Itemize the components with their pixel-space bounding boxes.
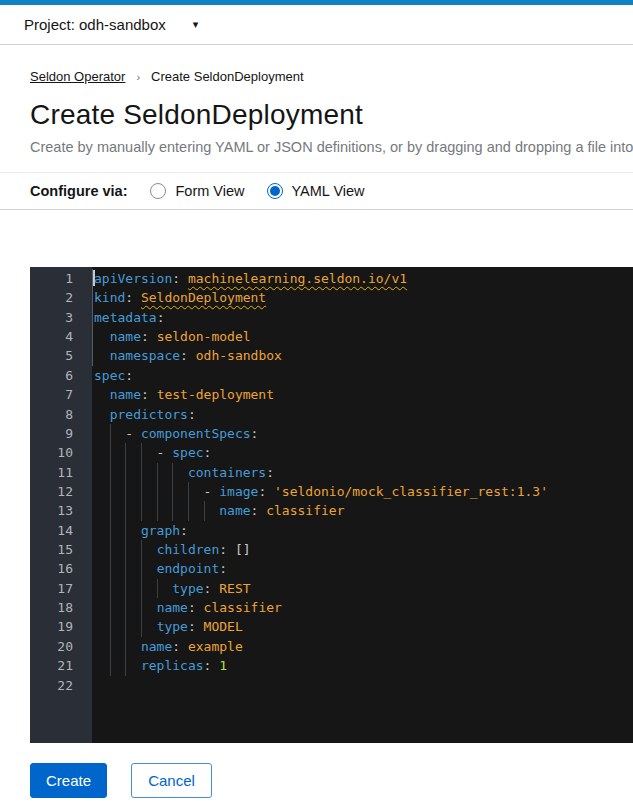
line-number: 22 — [30, 676, 73, 695]
line-number: 15 — [30, 540, 73, 559]
code-line: apiVersion: machinelearning.seldon.io/v1 — [92, 269, 633, 288]
token-plain: : — [219, 561, 227, 576]
indent-guide — [110, 501, 111, 520]
indent-guide — [141, 540, 142, 559]
radio-input[interactable] — [267, 183, 283, 199]
indent-guide — [141, 501, 142, 520]
indent-guide — [172, 501, 173, 520]
token-plain: : — [172, 639, 188, 654]
token-plain — [94, 523, 141, 538]
line-number: 5 — [30, 346, 73, 365]
line-number: 9 — [30, 424, 73, 443]
page-description: Create by manually entering YAML or JSON… — [30, 139, 633, 155]
indent-guide — [110, 656, 111, 675]
token-plain — [94, 329, 110, 344]
yaml-editor-content[interactable]: apiVersion: machinelearning.seldon.io/v1… — [92, 267, 633, 743]
token-plain: : — [180, 348, 196, 363]
token-plain — [94, 639, 141, 654]
line-number: 13 — [30, 501, 73, 520]
token-str: odh-sandbox — [196, 348, 282, 363]
create-button[interactable]: Create — [30, 763, 107, 798]
token-plain: : — [188, 619, 204, 634]
code-line: namespace: odh-sandbox — [92, 346, 633, 365]
indent-guide — [125, 463, 126, 482]
indent-guide — [141, 579, 142, 598]
token-key: namespace — [110, 348, 180, 363]
token-str: example — [188, 639, 243, 654]
breadcrumb-current: Create SeldonDeployment — [151, 69, 303, 84]
indent-guide — [204, 501, 205, 520]
token-plain — [94, 407, 110, 422]
indent-guide — [141, 463, 142, 482]
radio-option-yaml-view[interactable]: YAML View — [267, 183, 365, 199]
token-key: name — [141, 639, 172, 654]
indent-guide — [157, 579, 158, 598]
token-plain: : — [251, 426, 259, 441]
indent-guide — [125, 540, 126, 559]
token-plain: : — [258, 484, 274, 499]
code-line: metadata: — [92, 308, 633, 327]
token-key: children — [157, 542, 220, 557]
code-line: kind: SeldonDeployment — [92, 288, 633, 307]
indent-guide — [141, 559, 142, 578]
line-number: 6 — [30, 366, 73, 385]
indent-guide — [125, 559, 126, 578]
token-plain: : — [188, 600, 204, 615]
token-str: REST — [219, 581, 250, 596]
indent-guide — [157, 501, 158, 520]
line-number: 8 — [30, 405, 73, 424]
token-plain: : — [141, 387, 157, 402]
token-key: metadata — [94, 310, 157, 325]
code-line: children: [] — [92, 540, 633, 559]
token-plain: : — [157, 310, 165, 325]
breadcrumb-separator-icon: › — [125, 71, 151, 83]
indent-guide — [125, 579, 126, 598]
configure-via-options: Form ViewYAML View — [150, 183, 386, 199]
token-key: name — [110, 387, 141, 402]
token-plain: - — [94, 426, 141, 441]
code-line: name: test-deployment — [92, 385, 633, 404]
line-number: 18 — [30, 598, 73, 617]
token-key: name — [157, 600, 188, 615]
token-str: machinelearning.seldon.io/v1 — [188, 271, 407, 286]
indent-guide — [141, 443, 142, 462]
code-line: graph: — [92, 521, 633, 540]
radio-label: Form View — [175, 183, 244, 199]
form-actions: Create Cancel — [30, 763, 633, 798]
token-key: type — [172, 581, 203, 596]
indent-guide — [110, 598, 111, 617]
code-line: - spec: — [92, 443, 633, 462]
line-number: 1 — [30, 269, 73, 288]
line-number: 17 — [30, 579, 73, 598]
configure-via-group: Configure via: Form ViewYAML View — [0, 172, 633, 210]
token-plain: : — [125, 368, 133, 383]
breadcrumb-link-seldon-operator[interactable]: Seldon Operator — [30, 69, 125, 84]
code-line: name: seldon-model — [92, 327, 633, 346]
line-number: 10 — [30, 443, 73, 462]
line-number: 21 — [30, 656, 73, 675]
token-plain — [94, 387, 110, 402]
yaml-editor[interactable]: 12345678910111213141516171819202122 apiV… — [30, 267, 633, 743]
line-number: 16 — [30, 559, 73, 578]
indent-guide — [125, 656, 126, 675]
indent-guide — [110, 463, 111, 482]
indent-guide — [125, 637, 126, 656]
indent-guide — [141, 482, 142, 501]
token-key: apiVersion — [94, 271, 172, 286]
token-plain: : — [251, 503, 267, 518]
cancel-button[interactable]: Cancel — [131, 763, 212, 798]
code-line: spec: — [92, 366, 633, 385]
radio-option-form-view[interactable]: Form View — [150, 183, 244, 199]
token-key: name — [110, 329, 141, 344]
project-selector[interactable]: Project: odh-sandbox ▾ — [0, 5, 633, 45]
token-key: containers — [188, 465, 266, 480]
code-line: - image: 'seldonio/mock_classifier_rest:… — [92, 482, 633, 501]
radio-input[interactable] — [150, 183, 166, 199]
line-number: 7 — [30, 385, 73, 404]
indent-guide — [125, 521, 126, 540]
token-key: componentSpecs — [141, 426, 251, 441]
token-plain — [94, 348, 110, 363]
token-str: test-deployment — [157, 387, 274, 402]
token-key: endpoint — [157, 561, 220, 576]
token-key: name — [219, 503, 250, 518]
